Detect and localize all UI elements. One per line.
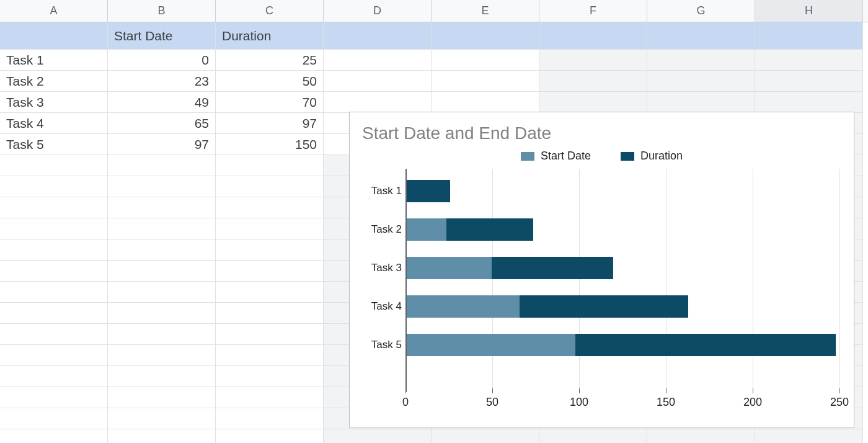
cell-c1[interactable]: Duration xyxy=(216,22,324,50)
empty-cell[interactable] xyxy=(108,197,216,218)
cell-g1[interactable] xyxy=(647,22,755,50)
empty-cell[interactable] xyxy=(0,282,108,303)
cell-e3[interactable] xyxy=(432,71,539,92)
cell-a4[interactable]: Task 3 xyxy=(0,92,108,113)
empty-cell[interactable] xyxy=(0,345,108,366)
cell-a3[interactable]: Task 2 xyxy=(0,71,108,92)
cell-b1[interactable]: Start Date xyxy=(108,22,216,50)
bar-segment-duration[interactable] xyxy=(446,218,533,241)
cell-f1[interactable] xyxy=(539,22,647,50)
empty-cell[interactable] xyxy=(216,303,324,324)
cell-d2[interactable] xyxy=(324,50,432,71)
cell-g4[interactable] xyxy=(647,92,755,113)
bar-segment-duration[interactable] xyxy=(575,334,836,356)
empty-cell[interactable] xyxy=(108,155,216,176)
empty-cell[interactable] xyxy=(0,408,108,429)
empty-cell[interactable] xyxy=(539,429,647,443)
empty-cell[interactable] xyxy=(0,429,108,443)
column-header-g[interactable]: G xyxy=(647,0,755,22)
empty-cell[interactable] xyxy=(108,408,216,429)
empty-cell[interactable] xyxy=(755,429,863,443)
chart-card[interactable]: Start Date and End Date Start DateDurati… xyxy=(349,112,854,428)
column-header-h[interactable]: H xyxy=(755,0,863,22)
bar-segment-duration[interactable] xyxy=(520,295,688,318)
empty-cell[interactable] xyxy=(108,239,216,261)
cell-c3[interactable]: 50 xyxy=(216,71,324,92)
empty-cell[interactable] xyxy=(108,366,216,387)
empty-cell[interactable] xyxy=(0,197,108,218)
cell-h2[interactable] xyxy=(755,50,863,71)
empty-cell[interactable] xyxy=(108,282,216,303)
empty-cell[interactable] xyxy=(0,176,108,197)
empty-cell[interactable] xyxy=(0,387,108,408)
cell-c5[interactable]: 97 xyxy=(216,113,324,134)
cell-d1[interactable] xyxy=(324,22,432,50)
empty-cell[interactable] xyxy=(216,429,324,443)
cell-f4[interactable] xyxy=(539,92,647,113)
cell-c4[interactable]: 70 xyxy=(216,92,324,113)
cell-b2[interactable]: 0 xyxy=(108,50,216,71)
column-header-f[interactable]: F xyxy=(539,0,647,22)
empty-cell[interactable] xyxy=(0,218,108,239)
cell-c6[interactable]: 150 xyxy=(216,134,324,155)
cell-d4[interactable] xyxy=(324,92,432,113)
cell-a2[interactable]: Task 1 xyxy=(0,50,108,71)
cell-h1[interactable] xyxy=(755,22,863,50)
cell-f3[interactable] xyxy=(539,71,647,92)
empty-cell[interactable] xyxy=(216,176,324,197)
empty-cell[interactable] xyxy=(0,366,108,387)
empty-cell[interactable] xyxy=(108,218,216,239)
cell-e4[interactable] xyxy=(432,92,539,113)
empty-cell[interactable] xyxy=(0,303,108,324)
cell-a5[interactable]: Task 4 xyxy=(0,113,108,134)
empty-cell[interactable] xyxy=(216,155,324,176)
empty-cell[interactable] xyxy=(0,155,108,176)
bar-segment-start[interactable] xyxy=(407,218,446,241)
bar-segment-start[interactable] xyxy=(407,295,520,318)
empty-cell[interactable] xyxy=(0,239,108,261)
empty-cell[interactable] xyxy=(108,345,216,366)
empty-cell[interactable] xyxy=(216,218,324,239)
column-header-e[interactable]: E xyxy=(432,0,539,22)
empty-cell[interactable] xyxy=(216,324,324,345)
empty-cell[interactable] xyxy=(216,282,324,303)
column-header-d[interactable]: D xyxy=(324,0,432,22)
column-header-c[interactable]: C xyxy=(216,0,324,22)
cell-b5[interactable]: 65 xyxy=(108,113,216,134)
bar-segment-start[interactable] xyxy=(407,334,575,356)
cell-e2[interactable] xyxy=(432,50,539,71)
empty-cell[interactable] xyxy=(0,324,108,345)
empty-cell[interactable] xyxy=(108,303,216,324)
bar-segment-start[interactable] xyxy=(407,257,492,279)
cell-h3[interactable] xyxy=(755,71,863,92)
empty-cell[interactable] xyxy=(216,387,324,408)
empty-cell[interactable] xyxy=(216,345,324,366)
bar-segment-duration[interactable] xyxy=(492,257,613,279)
empty-cell[interactable] xyxy=(432,429,539,443)
empty-cell[interactable] xyxy=(216,239,324,261)
bar-segment-duration[interactable] xyxy=(407,180,450,202)
cell-b6[interactable]: 97 xyxy=(108,134,216,155)
empty-cell[interactable] xyxy=(216,197,324,218)
empty-cell[interactable] xyxy=(216,408,324,429)
cell-f2[interactable] xyxy=(539,50,647,71)
column-header-a[interactable]: A xyxy=(0,0,108,22)
empty-cell[interactable] xyxy=(647,429,755,443)
cell-g2[interactable] xyxy=(647,50,755,71)
empty-cell[interactable] xyxy=(0,261,108,282)
cell-a6[interactable]: Task 5 xyxy=(0,134,108,155)
cell-h4[interactable] xyxy=(755,92,863,113)
empty-cell[interactable] xyxy=(108,176,216,197)
empty-cell[interactable] xyxy=(216,366,324,387)
column-header-b[interactable]: B xyxy=(108,0,216,22)
empty-cell[interactable] xyxy=(108,261,216,282)
empty-cell[interactable] xyxy=(108,387,216,408)
cell-b4[interactable]: 49 xyxy=(108,92,216,113)
cell-e1[interactable] xyxy=(432,22,539,50)
empty-cell[interactable] xyxy=(108,324,216,345)
cell-d3[interactable] xyxy=(324,71,432,92)
cell-b3[interactable]: 23 xyxy=(108,71,216,92)
empty-cell[interactable] xyxy=(216,261,324,282)
empty-cell[interactable] xyxy=(324,429,432,443)
cell-g3[interactable] xyxy=(647,71,755,92)
